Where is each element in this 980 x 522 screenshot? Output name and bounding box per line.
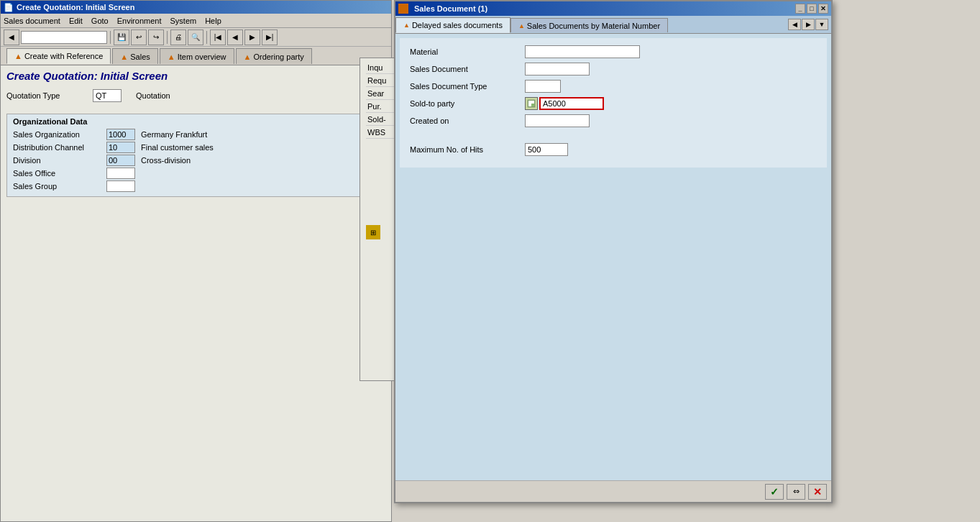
dialog-win-controls: _ □ ✕	[795, 4, 828, 14]
bg-row-request: Requ	[366, 74, 396, 87]
tab-create-with-reference[interactable]: ▲ Create with Reference	[6, 48, 111, 64]
dialog-titlebar: Sales Document (1) _ □ ✕	[395, 1, 831, 16]
transfer-button[interactable]: ⇔	[787, 484, 805, 500]
tab-item-overview-icon: ▲	[168, 52, 175, 61]
dialog-minimize-button[interactable]: _	[795, 4, 805, 14]
created-on-row: Created on	[410, 114, 817, 127]
created-on-input[interactable]	[525, 114, 590, 127]
tab-create-ref-icon: ▲	[14, 52, 22, 60]
bg-row-pur: Pur.	[366, 100, 396, 113]
division-label: Division	[13, 156, 106, 165]
svg-rect-2	[531, 101, 534, 104]
max-hits-label: Maximum No. of Hits	[410, 145, 525, 154]
nav-last[interactable]: ▶|	[262, 29, 278, 45]
tab-nav-left[interactable]: ◀	[788, 19, 801, 30]
undo-button[interactable]: ↩	[131, 29, 147, 45]
sales-doc-row: Sales Document	[410, 63, 817, 75]
dialog-title: Sales Document (1)	[414, 4, 487, 13]
tab-nav-right[interactable]: ▶	[802, 19, 815, 30]
search-button[interactable]: 🔍	[188, 29, 203, 45]
menu-system[interactable]: System	[170, 17, 196, 25]
sales-doc-label: Sales Document	[410, 65, 525, 73]
toolbar-separator	[110, 31, 111, 44]
matchcode-icon	[527, 99, 536, 108]
menu-environment[interactable]: Environment	[117, 17, 162, 25]
sales-office-row: Sales Office	[13, 168, 379, 179]
back-button[interactable]: ◀	[4, 29, 19, 45]
dialog-tab-row: ▲ Delayed sales documents ▲ Sales Docume…	[395, 16, 831, 34]
menu-sales-document[interactable]: Sales document	[4, 17, 60, 25]
nav-prev[interactable]: ◀	[227, 29, 243, 45]
confirm-button[interactable]: ✓	[765, 484, 784, 500]
division-row: Division Cross-division	[13, 155, 379, 166]
dialog-tabs-container: ▲ Delayed sales documents ▲ Sales Docume…	[395, 16, 785, 33]
transfer-icon: ⇔	[793, 487, 800, 496]
redo-button[interactable]: ↪	[148, 29, 164, 45]
sales-doc-input[interactable]	[525, 63, 590, 75]
dialog-tab-delayed[interactable]: ▲ Delayed sales documents	[395, 17, 510, 33]
tab-ordering-party-icon: ▲	[244, 52, 252, 61]
bg-window-titlebar: 📄 Create Quotation: Initial Screen	[1, 1, 391, 14]
tab-item-overview[interactable]: ▲ Item overview	[160, 48, 234, 64]
tab-sales-icon: ▲	[120, 52, 128, 61]
dialog-tab-delayed-label: Delayed sales documents	[412, 21, 503, 29]
material-row: Material	[410, 45, 817, 58]
sales-group-input[interactable]	[106, 180, 135, 192]
sales-org-label: Sales Organization	[13, 130, 106, 139]
command-field[interactable]	[21, 31, 107, 44]
svg-rect-3	[528, 104, 531, 106]
bg-row-sold: Sold-	[366, 113, 396, 126]
org-section: Organizational Data Sales Organization G…	[6, 114, 385, 197]
bg-row-inquiry: Inqu	[366, 61, 396, 74]
dist-channel-input[interactable]	[106, 142, 135, 153]
division-input[interactable]	[106, 155, 135, 166]
sales-office-input[interactable]	[106, 168, 135, 179]
sold-to-input[interactable]	[539, 97, 604, 110]
bg-window-title-icon: 📄	[4, 3, 14, 12]
form-area: Quotation Type Quotation	[1, 85, 391, 109]
dist-channel-label: Distribution Channel	[13, 143, 106, 152]
sales-doc-type-input[interactable]	[525, 80, 561, 93]
quotation-type-label: Quotation Type	[6, 91, 93, 100]
sold-to-row: Sold-to party	[410, 97, 817, 110]
print-button[interactable]: 🖨	[170, 29, 186, 45]
dialog-tab-by-material[interactable]: ▲ Sales Documents by Material Number	[510, 18, 668, 32]
tab-ordering-party[interactable]: ▲ Ordering party	[236, 48, 312, 64]
org-section-title: Organizational Data	[13, 117, 379, 126]
nav-first[interactable]: |◀	[210, 29, 226, 45]
max-hits-input[interactable]	[525, 143, 568, 156]
matchcode-button[interactable]	[525, 97, 538, 110]
nav-next[interactable]: ▶	[244, 29, 260, 45]
confirm-icon: ✓	[770, 486, 779, 498]
spacer	[410, 132, 817, 143]
svg-rect-4	[531, 104, 534, 106]
save-button[interactable]: 💾	[114, 29, 129, 45]
menu-goto[interactable]: Goto	[91, 17, 109, 25]
toolbar-sep2	[167, 31, 168, 44]
quotation-type-row: Quotation Type Quotation	[6, 88, 385, 104]
dialog-tab-material-icon: ▲	[518, 22, 525, 29]
sales-doc-type-label: Sales Document Type	[410, 82, 525, 91]
dialog-bottom-bar: ✓ ⇔ ✕	[395, 480, 831, 502]
tab-bar: ▲ Create with Reference ▲ Sales ▲ Item o…	[1, 47, 391, 65]
created-on-label: Created on	[410, 116, 525, 125]
sales-org-row: Sales Organization Germany Frankfurt	[13, 129, 379, 140]
sales-group-label: Sales Group	[13, 182, 106, 191]
sales-office-label: Sales Office	[13, 169, 106, 178]
tab-nav-expand[interactable]: ▼	[815, 19, 828, 30]
menu-help[interactable]: Help	[205, 17, 221, 25]
dialog-tab-material-label: Sales Documents by Material Number	[527, 22, 660, 30]
svg-rect-1	[528, 101, 531, 104]
dialog-maximize-button[interactable]: □	[807, 4, 817, 14]
material-input[interactable]	[525, 45, 640, 58]
cancel-button[interactable]: ✕	[808, 484, 827, 500]
sales-doc-type-row: Sales Document Type	[410, 80, 817, 93]
tab-sales[interactable]: ▲ Sales	[112, 48, 157, 64]
sales-document-dialog: Sales Document (1) _ □ ✕ ▲ Delayed sales…	[394, 0, 833, 503]
menu-edit[interactable]: Edit	[69, 17, 83, 25]
dialog-close-button[interactable]: ✕	[818, 4, 828, 14]
menu-bar: Sales document Edit Goto Environment Sys…	[1, 14, 391, 28]
max-hits-row: Maximum No. of Hits	[410, 143, 817, 156]
sales-org-input[interactable]	[106, 129, 135, 140]
quotation-type-input[interactable]	[93, 89, 122, 102]
